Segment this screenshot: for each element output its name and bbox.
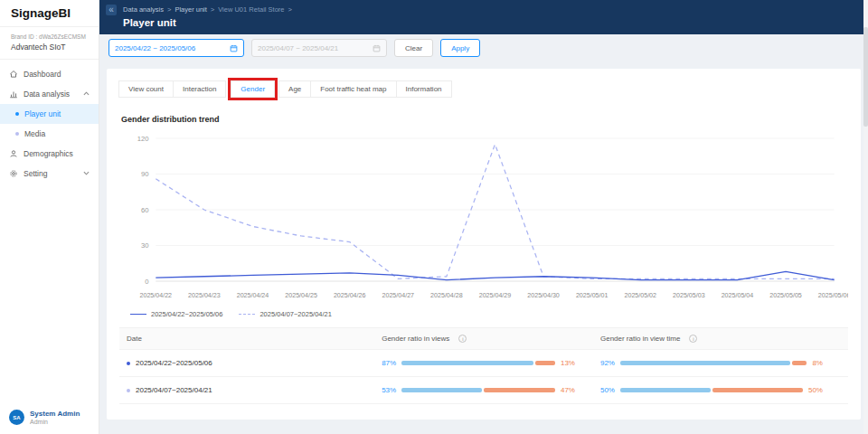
sidebar-item-label: Setting [24,169,47,178]
breadcrumb-item[interactable]: Player unit [175,5,206,14]
gender-trend-chart-svg: 03060901202025/04/222025/04/232025/04/24… [119,127,848,308]
page-title: Player unit [123,17,868,28]
gear-icon [9,169,18,178]
svg-text:2025/04/27: 2025/04/27 [382,291,415,299]
info-icon[interactable]: i [458,335,467,343]
legend-label: 2025/04/07~2025/04/21 [259,310,331,318]
bullet-icon [15,112,19,116]
sidebar-item-label: Media [24,129,45,138]
solid-line-icon [130,314,146,315]
user-profile[interactable]: SA System Admin Admin [9,410,80,425]
tab-foot-traffic-heat-map[interactable]: Foot traffic heat map [310,80,396,98]
tab-bar: View count Interaction Gender Age Foot t… [119,78,848,100]
ratio-bar [401,388,555,392]
red-highlight-annotation: Gender [228,78,278,100]
legend-item-current[interactable]: 2025/04/22~2025/05/06 [130,310,222,318]
date-range-value: 2025/04/22 ~ 2025/05/06 [115,44,195,52]
row-date-cell: 2025/04/22~2025/05/06 [119,359,382,367]
clear-button[interactable]: Clear [394,39,433,57]
sidebar: SignageBI Brand ID : dWa26ZsECMSM Advant… [0,0,99,434]
brand-info: Brand ID : dWa26ZsECMSM Advantech SIoT [0,27,99,60]
svg-text:0: 0 [145,278,149,286]
date-range-picker-primary[interactable]: 2025/04/22 ~ 2025/05/06 [108,39,244,57]
views-ratio-cell: 87% 13% [382,359,600,367]
info-icon[interactable]: i [689,335,697,343]
page-header: « Data analysis > Player unit > View U01… [99,0,868,34]
bar-left-seg [401,388,482,392]
bar-right-seg [712,388,803,392]
tab-gender[interactable]: Gender [231,80,275,98]
svg-text:2025/04/25: 2025/04/25 [285,291,317,299]
gender-ratio-table: Date Gender ratio in views i Gender rati… [119,327,848,404]
sidebar-item-label: Dashboard [24,70,61,79]
content-area: View count Interaction Gender Age Foot t… [99,61,868,434]
chevron-up-icon [83,90,90,99]
svg-text:2025/04/24: 2025/04/24 [237,291,269,299]
svg-text:2025/04/26: 2025/04/26 [334,291,366,299]
home-icon [9,70,18,79]
date-range-value: 2025/04/07 ~ 2025/04/21 [258,44,338,52]
sidebar-item-dashboard[interactable]: Dashboard [0,64,99,84]
calendar-icon [373,44,381,52]
ratio-bar [620,361,807,365]
row-date: 2025/04/07~2025/04/21 [136,386,212,394]
sidebar-collapse-icon[interactable]: « [106,5,117,15]
table-header-row: Date Gender ratio in views i Gender rati… [119,328,848,350]
svg-text:30: 30 [141,241,149,250]
bar-left-seg [620,361,790,365]
ratio-left-value: 92% [600,359,615,367]
view-time-ratio-cell: 92% 8% [600,359,848,367]
tab-information[interactable]: Information [396,80,452,98]
svg-text:2025/05/06: 2025/05/06 [818,291,848,299]
sidebar-item-label: Demographics [24,149,73,158]
sidebar-item-player-unit[interactable]: Player unit [0,104,99,124]
ratio-bar [620,388,803,392]
apply-button[interactable]: Apply [440,39,480,57]
legend-label: 2025/04/22~2025/05/06 [151,310,222,318]
ratio-left-value: 87% [382,359,396,367]
bar-chart-icon [9,90,18,99]
svg-text:2025/04/23: 2025/04/23 [188,291,221,299]
column-header-date: Date [119,335,382,343]
dashed-line-icon [239,314,255,315]
page-scrollbar[interactable] [863,0,868,434]
chart-legend: 2025/04/22~2025/05/06 2025/04/07~2025/04… [130,310,848,318]
player-unit-card: View count Interaction Gender Age Foot t… [107,69,861,420]
svg-text:2025/04/29: 2025/04/29 [479,291,512,299]
ratio-right-value: 47% [561,386,575,394]
column-header-views: Gender ratio in views i [382,335,600,343]
chart-title: Gender distribution trend [121,115,848,124]
date-range-picker-compare[interactable]: 2025/04/07 ~ 2025/04/21 [251,39,387,57]
table-row: 2025/04/22~2025/05/06 87% 13% 92% [119,350,848,377]
svg-text:120: 120 [137,135,149,143]
legend-item-previous[interactable]: 2025/04/07~2025/04/21 [239,310,331,318]
views-ratio-cell: 53% 47% [382,386,600,394]
svg-text:2025/05/03: 2025/05/03 [673,291,705,299]
column-header-label: Gender ratio in view time [600,335,680,343]
table-row: 2025/04/07~2025/04/21 53% 47% 50% [119,377,848,404]
breadcrumb-item[interactable]: View U01 Retail Store [218,5,284,14]
sidebar-item-setting[interactable]: Setting [0,164,99,184]
svg-text:2025/05/01: 2025/05/01 [576,291,609,299]
bar-left-seg [620,388,711,392]
bar-left-seg [401,361,533,365]
sidebar-item-media[interactable]: Media [0,124,99,144]
breadcrumb-item[interactable]: Data analysis [123,5,164,14]
calendar-icon [230,44,238,52]
svg-text:2025/04/28: 2025/04/28 [430,291,463,299]
svg-text:2025/05/04: 2025/05/04 [722,291,754,299]
avatar: SA [9,410,24,425]
column-header-view-time: Gender ratio in view time i [600,335,848,343]
sidebar-item-data-analysis[interactable]: Data analysis [0,84,99,104]
tab-view-count[interactable]: View count [118,80,174,98]
bullet-icon [127,362,130,365]
breadcrumb-separator: > [167,5,171,14]
column-header-label: Gender ratio in views [382,335,449,343]
sidebar-item-demographics[interactable]: Demographics [0,144,99,164]
breadcrumb: Data analysis > Player unit > View U01 R… [123,5,868,14]
tab-age[interactable]: Age [278,80,311,98]
tab-interaction[interactable]: Interaction [173,80,226,98]
ratio-right-value: 8% [812,359,823,367]
brand-name: Advantech SIoT [11,42,88,52]
scrollbar-thumb[interactable] [863,27,868,127]
